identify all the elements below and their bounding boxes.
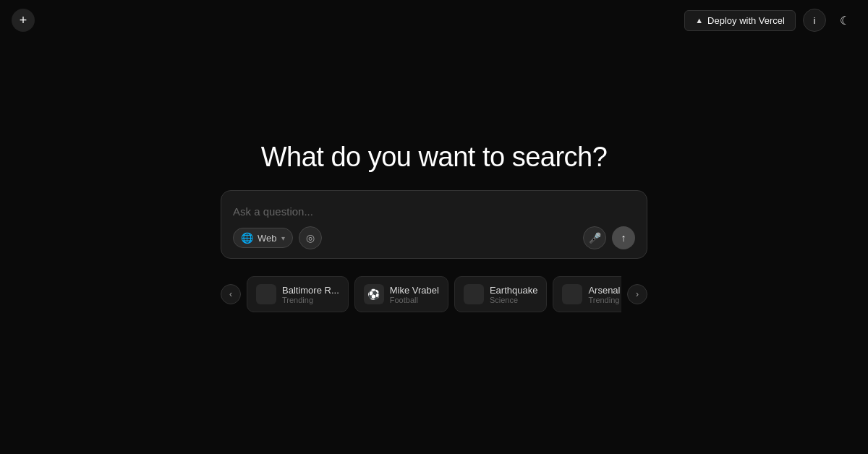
search-toolbar-right: 🎤 ↑ <box>583 226 635 249</box>
page-title: What do you want to search? <box>261 142 608 173</box>
trending-card[interactable]: Arsenal vs ... Trending <box>553 276 621 312</box>
trending-section: ‹ Baltimore R... Trending ⚽ Mike Vrabel … <box>221 276 647 312</box>
focus-button[interactable]: ◎ <box>299 226 322 249</box>
mic-icon: 🎤 <box>589 232 601 244</box>
chevron-right-icon: › <box>636 289 639 299</box>
card-subtitle: Football <box>390 296 439 304</box>
web-dropdown[interactable]: 🌐 Web ▾ <box>233 228 293 248</box>
new-tab-button[interactable]: + <box>12 9 35 32</box>
prev-arrow-button[interactable]: ‹ <box>221 284 241 304</box>
deploy-label: Deploy with Vercel <box>707 15 785 26</box>
search-toolbar-left: 🌐 Web ▾ ◎ <box>233 226 322 249</box>
submit-button[interactable]: ↑ <box>612 226 635 249</box>
card-title: Baltimore R... <box>282 285 339 296</box>
card-text: Baltimore R... Trending <box>282 285 339 304</box>
next-arrow-button[interactable]: › <box>627 284 647 304</box>
main-content: What do you want to search? 🌐 Web ▾ ◎ 🎤 <box>0 0 868 454</box>
card-icon <box>562 284 582 304</box>
svg-point-0 <box>469 290 478 299</box>
search-container: 🌐 Web ▾ ◎ 🎤 ↑ <box>221 190 647 259</box>
card-icon: ⚽ <box>364 284 384 304</box>
top-bar: + ▲ Deploy with Vercel i ☾ <box>0 0 868 40</box>
card-subtitle: Science <box>490 296 538 304</box>
info-icon: i <box>814 15 816 26</box>
deploy-button[interactable]: ▲ Deploy with Vercel <box>684 10 796 31</box>
trending-card[interactable]: Earthquake Science <box>454 276 548 312</box>
arrow-up-icon: ↑ <box>621 232 626 244</box>
card-text: Mike Vrabel Football <box>390 285 439 304</box>
mic-button[interactable]: 🎤 <box>583 226 606 249</box>
card-subtitle: Trending <box>282 296 339 304</box>
card-title: Earthquake <box>490 285 538 296</box>
moon-icon: ☾ <box>840 14 850 27</box>
web-label: Web <box>258 233 277 244</box>
theme-toggle-button[interactable]: ☾ <box>833 9 856 32</box>
trending-card[interactable]: ⚽ Mike Vrabel Football <box>354 276 448 312</box>
focus-icon: ◎ <box>306 232 315 244</box>
card-title: Arsenal vs ... <box>588 285 621 296</box>
card-subtitle: Trending <box>588 296 621 304</box>
search-input[interactable] <box>233 202 635 226</box>
globe-icon: 🌐 <box>241 232 253 244</box>
search-toolbar: 🌐 Web ▾ ◎ 🎤 ↑ <box>233 226 635 249</box>
card-text: Earthquake Science <box>490 285 538 304</box>
card-text: Arsenal vs ... Trending <box>588 285 621 304</box>
cards-container: Baltimore R... Trending ⚽ Mike Vrabel Fo… <box>247 276 621 312</box>
top-right-controls: ▲ Deploy with Vercel i ☾ <box>684 9 856 32</box>
plus-icon: + <box>20 13 27 28</box>
card-icon <box>256 284 276 304</box>
trending-card[interactable]: Baltimore R... Trending <box>247 276 349 312</box>
chevron-down-icon: ▾ <box>281 234 285 242</box>
triangle-icon: ▲ <box>695 16 703 25</box>
card-title: Mike Vrabel <box>390 285 439 296</box>
chevron-left-icon: ‹ <box>229 289 232 299</box>
card-icon <box>464 284 484 304</box>
info-button[interactable]: i <box>803 9 826 32</box>
